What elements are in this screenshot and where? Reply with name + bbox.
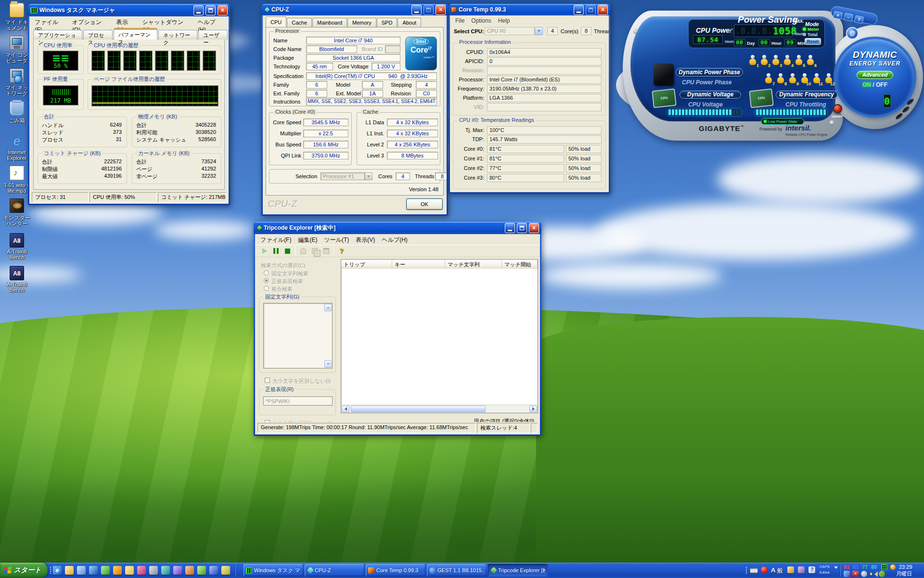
desktop-icon-my-network[interactable]: マイ ネットワーク bbox=[3, 68, 31, 96]
ok-button[interactable]: OK bbox=[406, 198, 443, 210]
maximize-button[interactable] bbox=[424, 5, 434, 15]
copy-button[interactable] bbox=[309, 246, 320, 256]
help-button[interactable]: ? bbox=[336, 246, 347, 256]
fixed-string-textarea[interactable] bbox=[263, 303, 333, 368]
widget-minimize-button[interactable]: – bbox=[844, 13, 854, 21]
task-manager-titlebar[interactable]: Windows タスク マネージャ × bbox=[28, 4, 230, 16]
tray-update-icon[interactable] bbox=[861, 571, 867, 577]
ime-palette-icon[interactable] bbox=[787, 566, 794, 573]
quick-launch-email-icon[interactable] bbox=[65, 566, 74, 575]
minimize-button[interactable] bbox=[193, 5, 204, 15]
maximize-button[interactable] bbox=[517, 223, 527, 233]
close-button[interactable]: × bbox=[436, 5, 446, 15]
quick-launch-text-editor-icon[interactable] bbox=[149, 566, 158, 575]
checkbox-case-insensitive-fixed[interactable] bbox=[265, 378, 270, 383]
stop-search-button[interactable] bbox=[282, 246, 293, 256]
quick-launch-help-icon[interactable] bbox=[221, 566, 230, 575]
dynamic-voltage-button[interactable]: Dynamic Voltage bbox=[680, 91, 741, 99]
total-radio[interactable] bbox=[803, 33, 806, 36]
column-match-string[interactable]: マッチ文字列 bbox=[445, 260, 502, 269]
core-temp-titlebar[interactable]: Core Temp 0.99.3 × bbox=[449, 4, 610, 15]
tray-core1-temp[interactable]: 81 bbox=[853, 564, 859, 570]
reset-button[interactable]: Reset bbox=[805, 38, 821, 45]
desktop-icon-monster-hunter[interactable]: モンスターハンター フロンティア bbox=[3, 198, 31, 227]
tab-networking[interactable]: ネットワーク bbox=[158, 30, 197, 39]
menu-file[interactable]: ファイル(F) bbox=[257, 235, 295, 246]
tray-core2-temp[interactable]: 77 bbox=[862, 564, 868, 570]
menu-file[interactable]: File bbox=[452, 16, 468, 26]
quick-launch-calculator-icon[interactable] bbox=[161, 566, 170, 575]
ime-toolbox-icon[interactable] bbox=[798, 566, 805, 573]
language-bar-grip[interactable] bbox=[745, 566, 747, 574]
tray-security-shield-icon[interactable]: × bbox=[852, 571, 859, 577]
menu-help[interactable]: Help bbox=[495, 16, 513, 26]
quick-launch-music-player-icon[interactable] bbox=[113, 566, 122, 575]
paste-button[interactable] bbox=[321, 246, 332, 256]
quick-launch-media-player-icon[interactable] bbox=[89, 566, 98, 575]
dropdown-arrow-icon[interactable] bbox=[365, 172, 372, 180]
column-trip[interactable]: トリップ bbox=[341, 260, 392, 269]
quick-launch-camera-icon[interactable] bbox=[185, 566, 194, 575]
tab-cache[interactable]: Cache bbox=[287, 18, 312, 27]
language-bar-options-arrow[interactable] bbox=[834, 569, 838, 575]
meter-radio[interactable] bbox=[803, 27, 806, 31]
resize-grip[interactable] bbox=[531, 423, 538, 433]
quick-launch-messenger-icon[interactable] bbox=[101, 566, 110, 575]
tray-nvidia-icon[interactable] bbox=[879, 571, 885, 577]
column-match-start[interactable]: マッチ開始 bbox=[502, 260, 538, 269]
taskbar-button-gest[interactable]: GEST 1.1 B8.1015.1 bbox=[427, 564, 487, 577]
menu-edit[interactable]: 編集(E) bbox=[295, 235, 321, 246]
menu-help[interactable]: ヘルプ(H) bbox=[378, 235, 411, 246]
quick-launch-cd-burner-icon[interactable] bbox=[173, 566, 182, 575]
scroll-down-button[interactable] bbox=[324, 360, 332, 368]
close-button[interactable]: × bbox=[218, 5, 228, 15]
regex-input[interactable] bbox=[263, 396, 333, 406]
tray-core3-temp[interactable]: 80 bbox=[871, 564, 877, 570]
taskbar-button-cpuz[interactable]: CPU-Z bbox=[305, 564, 364, 577]
quick-launch-grip[interactable] bbox=[50, 566, 51, 574]
quick-launch-game-icon[interactable] bbox=[197, 566, 206, 575]
radio-combined-search[interactable] bbox=[264, 286, 269, 291]
desktop-icon-my-computer[interactable]: マイ コンピュータ bbox=[3, 36, 31, 64]
desktop-icon-mp3-file[interactable]: 1-01 way o life.mp3 bbox=[3, 166, 31, 194]
pause-search-button[interactable] bbox=[270, 246, 282, 256]
tripcode-titlebar[interactable]: Tripcode Explorer [検索中] × bbox=[254, 222, 541, 234]
onoff-red-button[interactable] bbox=[833, 104, 842, 113]
quick-launch-folder-icon[interactable] bbox=[125, 566, 134, 575]
widget-help-button[interactable]: ? bbox=[854, 15, 864, 24]
cpuz-titlebar[interactable]: CPU-Z × bbox=[261, 4, 448, 15]
tab-spd[interactable]: SPD bbox=[377, 18, 398, 27]
taskbar-button-core-temp[interactable]: Core Temp 0.99.3 bbox=[366, 564, 425, 577]
widget-at-button[interactable]: @ bbox=[846, 27, 859, 39]
minimize-button[interactable] bbox=[505, 223, 515, 233]
scroll-left-button[interactable] bbox=[342, 406, 349, 412]
scroll-right-button[interactable] bbox=[529, 406, 537, 412]
dynamic-frequency-button[interactable]: Dynamic Frequency bbox=[776, 91, 837, 99]
tray-volume-icon[interactable] bbox=[870, 571, 876, 577]
column-key[interactable]: キー bbox=[392, 260, 445, 269]
tab-cpu[interactable]: CPU bbox=[266, 16, 286, 27]
ime-help-icon[interactable]: ? bbox=[808, 566, 815, 573]
desktop-icon-internet-explorer[interactable]: eInternet Explorer bbox=[3, 134, 31, 161]
maximize-button[interactable] bbox=[205, 5, 216, 15]
dropdown-arrow-icon[interactable] bbox=[535, 27, 543, 35]
advanced-button[interactable]: Advanced bbox=[857, 71, 893, 79]
tray-network-offline-icon[interactable]: × bbox=[844, 571, 850, 577]
ime-mode-alpha[interactable]: A bbox=[771, 566, 775, 574]
horizontal-scrollbar[interactable] bbox=[341, 405, 538, 413]
scrollbar-thumb[interactable] bbox=[351, 406, 486, 412]
radio-regex-search[interactable] bbox=[264, 278, 269, 283]
maximize-button[interactable] bbox=[586, 5, 596, 15]
desktop-icon-atrain8-bench-2[interactable]: A8A-Train8 Bench bbox=[3, 266, 31, 293]
ime-mode-general[interactable]: 般 bbox=[777, 567, 783, 575]
select-cpu-dropdown[interactable]: CPU #0 bbox=[485, 27, 535, 35]
tab-mainboard[interactable]: Mainboard bbox=[312, 18, 347, 27]
tray-clock[interactable]: 23:29 bbox=[899, 564, 912, 570]
ime-icon[interactable] bbox=[761, 566, 768, 573]
quick-launch-show-desktop-icon[interactable] bbox=[77, 566, 86, 575]
close-button[interactable]: × bbox=[529, 223, 539, 233]
menu-tools[interactable]: ツール(T) bbox=[321, 235, 352, 246]
quick-launch-image-viewer-icon[interactable] bbox=[137, 566, 146, 575]
widget-close-button[interactable]: × bbox=[833, 11, 843, 19]
keyboard-icon[interactable] bbox=[750, 568, 758, 573]
